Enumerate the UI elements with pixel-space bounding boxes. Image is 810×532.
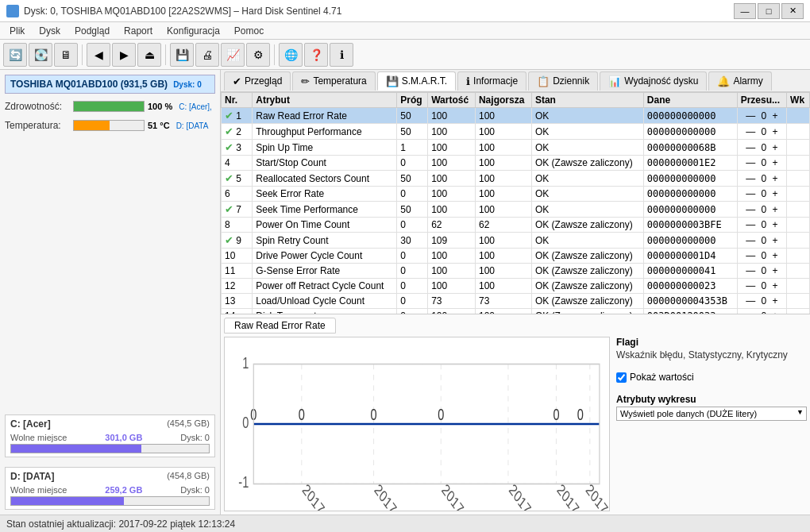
drive-c-section: C: [Acer] (454,5 GB) Wolne miejsce 301,0…	[5, 414, 215, 457]
table-row[interactable]: ✔ 1 Raw Read Error Rate 50 100 100 OK 00…	[222, 108, 810, 124]
ok-icon: ✔	[225, 234, 233, 246]
minus-icon[interactable]: —	[746, 235, 755, 246]
cell-przesu: — 0 +	[737, 233, 786, 249]
chart-tab-raw[interactable]: Raw Read Error Rate	[224, 318, 336, 333]
minus-icon[interactable]: —	[746, 142, 755, 153]
table-row[interactable]: ✔ 2 Throughput Performance 50 100 100 OK…	[222, 124, 810, 140]
plus-icon[interactable]: +	[773, 110, 778, 121]
maximize-button[interactable]: □	[758, 3, 780, 19]
menu-konfiguracja[interactable]: Konfiguracja	[160, 24, 226, 38]
toolbar-next[interactable]: ▶	[112, 43, 136, 67]
cell-attr: Raw Read Error Rate	[253, 108, 397, 124]
toolbar-print[interactable]: 🖨	[195, 43, 219, 67]
minus-icon[interactable]: —	[746, 204, 755, 215]
close-button[interactable]: ✕	[781, 3, 804, 19]
cell-worst: 100	[475, 156, 531, 171]
window-title: Dysk: 0, TOSHIBA MQ01ABD100 [22A2S2WMS] …	[24, 6, 341, 17]
menu-pomoc[interactable]: Pomoc	[228, 24, 270, 38]
plus-icon[interactable]: +	[773, 188, 778, 199]
plus-icon[interactable]: +	[773, 250, 778, 261]
cell-nr: ✔ 5	[222, 171, 253, 187]
plus-icon[interactable]: +	[773, 204, 778, 215]
minus-icon[interactable]: —	[746, 110, 755, 121]
plus-icon[interactable]: +	[773, 265, 778, 276]
health-bar-container: 100 %	[73, 101, 172, 112]
minus-icon[interactable]: —	[746, 280, 755, 291]
plus-icon[interactable]: +	[773, 173, 778, 184]
wydajnosc-icon: 📊	[608, 75, 621, 87]
cell-prog: 0	[397, 187, 428, 202]
toolbar-refresh[interactable]: 🔄	[3, 43, 27, 67]
tab-wydajnosc[interactable]: 📊 Wydajność dysku	[600, 71, 707, 91]
tab-informacje[interactable]: ℹ Informacje	[457, 71, 526, 91]
cell-prog: 50	[397, 202, 428, 218]
smart-table-container[interactable]: Nr. Atrybut Próg Wartość Najgorsza Stan …	[221, 92, 810, 314]
table-row[interactable]: ✔ 9 Spin Retry Count 30 109 100 OK 00000…	[222, 233, 810, 249]
toolbar-sep-3	[274, 44, 275, 65]
tab-temperatura[interactable]: ✏ Temperatura	[292, 71, 375, 91]
table-row[interactable]: ✔ 7 Seek Time Performance 50 100 100 OK …	[222, 202, 810, 218]
tab-alarmy[interactable]: 🔔 Alarmy	[708, 71, 771, 91]
table-row[interactable]: 6 Seek Error Rate 0 100 100 OK 000000000…	[222, 187, 810, 202]
svg-text:0: 0	[371, 406, 377, 424]
toolbar-hdd[interactable]: 💽	[29, 43, 52, 67]
temp-bar	[73, 120, 145, 131]
toolbar-globe[interactable]: 🌐	[279, 43, 303, 67]
minus-icon[interactable]: —	[746, 219, 755, 230]
menu-dysk[interactable]: Dysk	[33, 24, 67, 38]
plus-icon[interactable]: +	[773, 295, 778, 306]
cell-prog: 30	[397, 233, 428, 249]
minus-icon[interactable]: —	[746, 265, 755, 276]
table-row[interactable]: ✔ 5 Reallocated Sectors Count 50 100 100…	[222, 171, 810, 187]
right-panel: ✔ Przegląd ✏ Temperatura 💾 S.M.A.R.T. ℹ …	[221, 70, 810, 515]
toolbar-settings[interactable]: ⚙	[246, 43, 270, 67]
table-row[interactable]: ✔ 3 Spin Up Time 1 100 100 OK 0000000006…	[222, 140, 810, 156]
toolbar-info[interactable]: 🖥	[54, 43, 78, 67]
minus-icon[interactable]: —	[746, 295, 755, 306]
toolbar-prev[interactable]: ◀	[87, 43, 110, 67]
col-przesu: Przesu...	[737, 93, 786, 108]
chart-attrs-select[interactable]: Wyświetl pole danych (DUŻE litery)	[616, 407, 807, 421]
minus-icon[interactable]: —	[746, 188, 755, 199]
minus-icon[interactable]: —	[746, 157, 755, 168]
table-row[interactable]: 11 G-Sense Error Rate 0 100 100 OK (Zaws…	[222, 264, 810, 279]
cell-przesu: — 0 +	[737, 156, 786, 171]
tab-smart[interactable]: 💾 S.M.A.R.T.	[377, 71, 456, 91]
minus-icon[interactable]: —	[746, 126, 755, 137]
plus-icon[interactable]: +	[773, 219, 778, 230]
table-row[interactable]: 10 Drive Power Cycle Count 0 100 100 OK …	[222, 249, 810, 264]
menu-podglad[interactable]: Podgląd	[68, 24, 116, 38]
minus-icon[interactable]: —	[746, 250, 755, 261]
table-row[interactable]: 4 Start/Stop Count 0 100 100 OK (Zawsze …	[222, 156, 810, 171]
plus-icon[interactable]: +	[773, 157, 778, 168]
table-row[interactable]: 13 Load/Unload Cycle Count 0 73 73 OK (Z…	[222, 294, 810, 309]
tab-dziennik[interactable]: 📋 Dziennik	[528, 71, 598, 91]
table-row[interactable]: 14 Disk Temperature 0 100 100 OK (Zawsze…	[222, 309, 810, 315]
cell-przesu-val: 0	[762, 250, 767, 261]
cell-val: 100	[428, 171, 476, 187]
plus-icon[interactable]: +	[773, 280, 778, 291]
svg-text:0: 0	[299, 406, 305, 424]
chart-tab-label: Raw Read Error Rate	[234, 320, 326, 331]
toolbar-eject[interactable]: ⏏	[137, 43, 161, 67]
tab-przeglad[interactable]: ✔ Przegląd	[224, 71, 291, 91]
minimize-button[interactable]: —	[734, 3, 756, 19]
table-row[interactable]: 12 Power off Retract Cycle Count 0 100 1…	[222, 279, 810, 294]
menu-raport[interactable]: Raport	[118, 24, 159, 38]
cell-stan: OK	[531, 140, 643, 156]
col-wk: Wk	[787, 93, 810, 108]
toolbar-save[interactable]: 💾	[170, 43, 194, 67]
cell-przesu-val: 0	[762, 188, 767, 199]
plus-icon[interactable]: +	[773, 142, 778, 153]
menu-plik[interactable]: Plik	[3, 24, 31, 38]
show-values-checkbox[interactable]	[616, 372, 627, 383]
plus-icon[interactable]: +	[773, 126, 778, 137]
toolbar-chart[interactable]: 📈	[221, 43, 245, 67]
minus-icon[interactable]: —	[746, 173, 755, 184]
plus-icon[interactable]: +	[773, 235, 778, 246]
toolbar-about[interactable]: ℹ	[330, 43, 353, 67]
toolbar-help[interactable]: ❓	[304, 43, 328, 67]
table-row[interactable]: 8 Power On Time Count 0 62 62 OK (Zawsze…	[222, 218, 810, 233]
toolbar-sep-1	[82, 44, 83, 65]
cell-stan: OK (Zawsze zaliczony)	[531, 249, 643, 264]
